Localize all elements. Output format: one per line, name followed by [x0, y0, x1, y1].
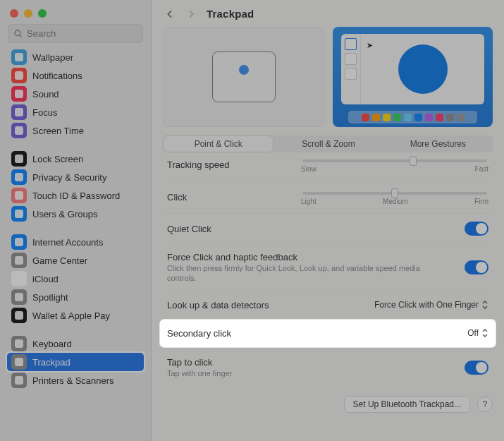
- hand-icon: [11, 169, 27, 185]
- sidebar-item-notifications[interactable]: Notifications: [7, 66, 144, 85]
- sidebar-item-label: Wallpaper: [32, 52, 73, 63]
- desktop-preview: ➤: [333, 27, 493, 127]
- row-force-click: Force Click and haptic feedback Click th…: [163, 243, 493, 291]
- sidebar-item-label: Sound: [32, 89, 59, 99]
- preview-thumb: [345, 38, 357, 50]
- sidebar-item-focus[interactable]: Focus: [7, 103, 144, 121]
- label-click: Click: [167, 192, 294, 203]
- sidebar-item-wallet-apple-pay[interactable]: Wallet & Apple Pay: [7, 306, 144, 325]
- slider-max-label: Fast: [475, 165, 488, 173]
- slider-click[interactable]: [302, 192, 487, 195]
- cloud-icon: [11, 271, 27, 286]
- sidebar-item-game-center[interactable]: Game Center: [7, 251, 144, 270]
- row-secondary-click: Secondary click Off: [160, 320, 496, 347]
- lock-icon: [11, 151, 27, 167]
- select-secondary-click[interactable]: Off: [328, 328, 488, 338]
- sidebar-item-spotlight[interactable]: Spotlight: [7, 288, 144, 306]
- sidebar-item-label: Touch ID & Password: [32, 191, 120, 201]
- dock-app-icon: [436, 114, 443, 121]
- sidebar-item-trackpad[interactable]: Trackpad: [7, 353, 144, 371]
- slider-tracking-speed[interactable]: [302, 159, 487, 162]
- select-lookup-value: Force Click with One Finger: [374, 300, 479, 310]
- setup-bluetooth-trackpad-button[interactable]: Set Up Bluetooth Trackpad...: [344, 396, 470, 413]
- sidebar-item-label: Game Center: [32, 255, 87, 266]
- finger-dot-icon: [239, 65, 249, 75]
- nav-forward-button[interactable]: [185, 8, 197, 20]
- sidebar-item-label: Spotlight: [32, 292, 68, 303]
- sidebar-item-lock-screen[interactable]: Lock Screen: [7, 150, 144, 168]
- at-icon: [11, 234, 27, 250]
- minimize-window-icon[interactable]: [24, 9, 32, 18]
- preview-row: ➤: [163, 27, 493, 127]
- sub-tap-to-click: Tap with one finger: [167, 369, 428, 379]
- sidebar-item-icloud[interactable]: iCloud: [7, 270, 144, 288]
- sidebar-item-wallpaper[interactable]: Wallpaper: [7, 48, 144, 66]
- cursor-icon: ➤: [367, 41, 373, 50]
- row-lookup: Look up & data detectors Force Click wit…: [163, 291, 493, 318]
- dock-app-icon: [457, 114, 465, 121]
- sidebar-item-label: Focus: [32, 107, 57, 118]
- tab-scroll-zoom[interactable]: Scroll & Zoom: [273, 135, 383, 152]
- tab-more-gestures[interactable]: More Gestures: [383, 135, 493, 152]
- row-quiet-click: Quiet Click: [163, 213, 493, 243]
- chevron-updown-icon: [481, 328, 488, 338]
- sidebar-item-label: Lock Screen: [32, 154, 83, 164]
- sidebar-item-label: Printers & Scanners: [32, 375, 114, 386]
- slider-mid-label: Medium: [316, 198, 474, 205]
- sidebar-item-label: Privacy & Security: [32, 172, 106, 183]
- sub-force-click: Click then press firmly for Quick Look, …: [167, 264, 428, 284]
- sidebar-item-printers-scanners[interactable]: Printers & Scanners: [7, 371, 144, 389]
- slider-max-label: Firm: [474, 198, 488, 205]
- search-icon: [13, 29, 23, 39]
- label-force-click: Force Click and haptic feedback: [167, 252, 465, 262]
- sidebar-item-label: Wallet & Apple Pay: [32, 310, 110, 321]
- speaker-icon: [11, 86, 27, 102]
- select-secondary-click-value: Off: [467, 328, 479, 338]
- toggle-force-click[interactable]: [465, 260, 488, 274]
- sidebar-item-screen-time[interactable]: Screen Time: [7, 121, 144, 140]
- search-input[interactable]: [27, 28, 145, 39]
- keyboard-icon: [11, 336, 27, 351]
- label-tap-to-click: Tap to click: [167, 357, 465, 368]
- toggle-quiet-click[interactable]: [465, 222, 488, 236]
- wallet-icon: [11, 308, 27, 323]
- search-field[interactable]: [8, 24, 143, 43]
- select-lookup[interactable]: Force Click with One Finger: [328, 300, 488, 310]
- svg-point-0: [15, 30, 20, 36]
- trackpad-icon: [11, 354, 27, 370]
- search-icon: [11, 289, 27, 305]
- sidebar-item-label: Trackpad: [32, 357, 70, 368]
- dock-app-icon: [425, 114, 433, 121]
- tab-bar: Point & ClickScroll & ZoomMore Gestures: [163, 135, 493, 152]
- sidebar-item-touch-id-password[interactable]: Touch ID & Password: [7, 186, 144, 205]
- slider-min-label: Slow: [301, 165, 316, 173]
- nav-back-button[interactable]: [164, 8, 176, 20]
- sidebar-list: WallpaperNotificationsSoundFocusScreen T…: [0, 47, 151, 441]
- dock-app-icon: [383, 114, 391, 121]
- sidebar-item-internet-accounts[interactable]: Internet Accounts: [7, 233, 144, 251]
- close-window-icon[interactable]: [10, 9, 18, 18]
- preview-shape: [398, 44, 448, 94]
- sidebar-item-sound[interactable]: Sound: [7, 85, 144, 103]
- help-button[interactable]: ?: [477, 397, 493, 412]
- toggle-tap-to-click[interactable]: [465, 361, 488, 375]
- sidebar-item-label: Users & Groups: [32, 209, 97, 219]
- sidebar-item-label: iCloud: [32, 274, 59, 284]
- label-lookup: Look up & data detectors: [167, 300, 328, 310]
- label-quiet-click: Quiet Click: [167, 224, 294, 234]
- sidebar-item-keyboard[interactable]: Keyboard: [7, 334, 144, 353]
- header: Trackpad: [152, 0, 504, 24]
- sidebar-item-privacy-security[interactable]: Privacy & Security: [7, 168, 144, 186]
- dock-app-icon: [372, 114, 380, 121]
- chevron-updown-icon: [481, 300, 488, 310]
- bell-icon: [11, 68, 27, 83]
- sidebar-item-label: Notifications: [32, 71, 82, 81]
- tab-point-click[interactable]: Point & Click: [163, 135, 273, 152]
- window-traffic-lights: [0, 0, 151, 18]
- sidebar-item-users-groups[interactable]: Users & Groups: [7, 205, 144, 223]
- dock-app-icon: [362, 114, 369, 121]
- dock-app-icon: [446, 114, 454, 121]
- row-tap-to-click: Tap to click Tap with one finger: [163, 349, 493, 387]
- sidebar-item-label: Internet Accounts: [32, 237, 103, 248]
- maximize-window-icon[interactable]: [38, 9, 47, 18]
